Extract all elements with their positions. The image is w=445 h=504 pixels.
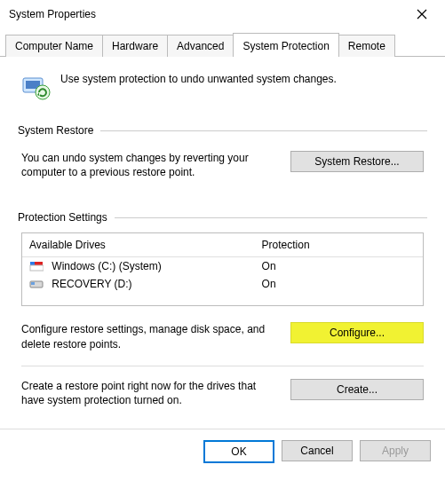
intro-row: Use system protection to undo unwanted s… xyxy=(14,69,431,119)
tab-strip: Computer Name Hardware Advanced System P… xyxy=(0,28,445,57)
tab-advanced[interactable]: Advanced xyxy=(167,35,234,57)
tab-remote[interactable]: Remote xyxy=(338,35,395,57)
cancel-button[interactable]: Cancel xyxy=(282,440,353,461)
ok-button[interactable]: OK xyxy=(203,440,274,463)
drive-flag-icon xyxy=(29,261,44,272)
table-row[interactable]: RECOVERY (D:) On xyxy=(22,275,423,293)
title-bar: System Properties xyxy=(0,0,445,28)
divider xyxy=(21,366,424,366)
dialog-body: Use system protection to undo unwanted s… xyxy=(0,57,445,423)
intro-text: Use system protection to undo unwanted s… xyxy=(60,71,337,85)
group-system-restore: System Restore You can undo system chang… xyxy=(14,124,431,186)
dialog-footer: OK Cancel Apply xyxy=(0,429,445,463)
configure-button[interactable]: Configure... xyxy=(290,322,424,343)
svg-rect-3 xyxy=(30,262,35,265)
system-protection-icon xyxy=(20,71,52,103)
window-title: System Properties xyxy=(9,8,96,20)
group-protection-settings: Protection Settings Available Drives Pro… xyxy=(14,211,431,414)
svg-rect-7 xyxy=(31,282,35,285)
apply-button[interactable]: Apply xyxy=(360,440,431,461)
configure-description: Configure restore settings, manage disk … xyxy=(21,322,282,350)
svg-rect-5 xyxy=(30,265,44,271)
restore-description: You can undo system changes by reverting… xyxy=(21,151,282,179)
create-description: Create a restore point right now for the… xyxy=(21,379,282,407)
col-header-drives: Available Drives xyxy=(22,233,255,256)
drive-disk-icon xyxy=(29,279,44,289)
tab-hardware[interactable]: Hardware xyxy=(102,35,168,57)
table-row[interactable]: Windows (C:) (System) On xyxy=(22,257,423,275)
drive-status: On xyxy=(255,257,423,275)
col-header-protection: Protection xyxy=(255,233,423,256)
svg-point-2 xyxy=(36,85,50,99)
divider-line xyxy=(115,217,427,218)
drives-table: Available Drives Protection Windows (C:)… xyxy=(21,232,424,306)
group-label-protection: Protection Settings xyxy=(18,211,107,224)
system-restore-button[interactable]: System Restore... xyxy=(290,151,424,172)
tab-computer-name[interactable]: Computer Name xyxy=(5,35,103,57)
group-header-protection: Protection Settings xyxy=(18,211,427,224)
close-button[interactable] xyxy=(404,2,440,27)
group-header-restore: System Restore xyxy=(18,124,427,137)
svg-rect-4 xyxy=(35,262,43,265)
tab-system-protection[interactable]: System Protection xyxy=(233,33,338,57)
drives-table-header: Available Drives Protection xyxy=(22,233,423,257)
drive-status: On xyxy=(255,275,423,293)
group-label-restore: System Restore xyxy=(18,124,93,137)
drive-name: Windows (C:) (System) xyxy=(52,260,161,272)
divider-line xyxy=(100,130,427,131)
drive-name: RECOVERY (D:) xyxy=(52,278,131,290)
create-button[interactable]: Create... xyxy=(290,379,424,400)
close-icon xyxy=(417,9,427,20)
